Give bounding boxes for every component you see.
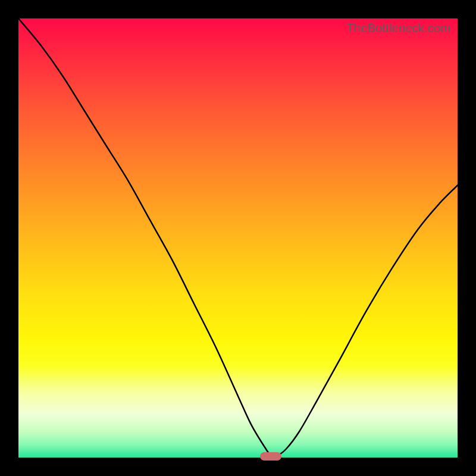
chart-frame: TheBottleneck.com: [0, 0, 476, 476]
plot-area: TheBottleneck.com: [18, 18, 458, 458]
minimum-marker: [260, 452, 281, 461]
bottleneck-curve: [18, 18, 458, 458]
curve-path: [18, 18, 458, 456]
